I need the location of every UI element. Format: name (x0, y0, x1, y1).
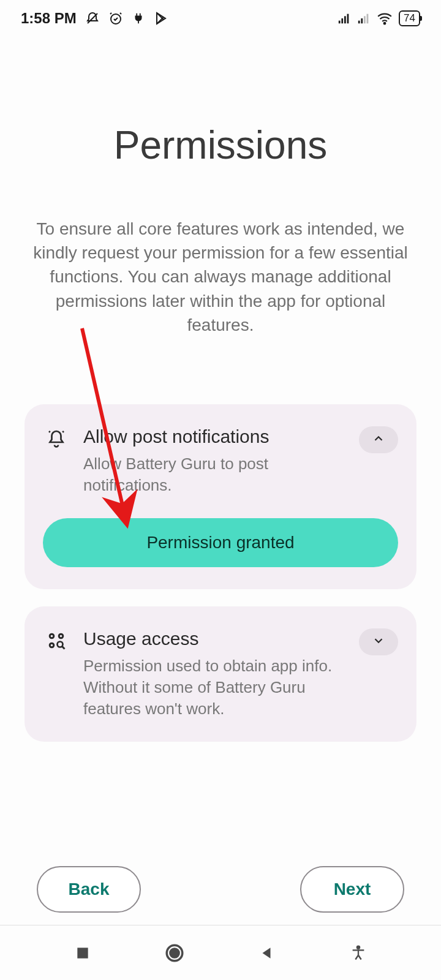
permission-granted-button[interactable]: Permission granted (43, 518, 398, 567)
bell-icon (43, 426, 70, 450)
collapse-button[interactable] (359, 426, 398, 453)
svg-rect-6 (344, 16, 346, 23)
signal-icon-2 (357, 12, 371, 25)
svg-rect-11 (367, 14, 369, 24)
play-store-icon (154, 11, 168, 26)
svg-point-16 (58, 642, 63, 647)
svg-rect-4 (339, 21, 341, 24)
chevron-up-icon (372, 432, 385, 448)
back-button[interactable]: Back (37, 866, 141, 913)
battery-indicator: 74 (399, 10, 420, 26)
status-time: 1:58 PM (21, 10, 77, 27)
wifi-icon (377, 12, 393, 25)
permission-card-notifications: Allow post notifications Allow Battery G… (24, 404, 417, 589)
apps-icon (43, 628, 70, 652)
next-button[interactable]: Next (300, 866, 404, 913)
svg-point-21 (357, 946, 360, 948)
page-title: Permissions (24, 123, 417, 168)
permission-card-usage: Usage access Permission used to obtain a… (24, 606, 417, 742)
page-description: To ensure all core features work as inte… (24, 217, 417, 337)
card-title: Allow post notifications (83, 426, 345, 447)
home-button[interactable] (156, 943, 193, 963)
svg-rect-5 (341, 18, 343, 23)
back-nav-button[interactable] (248, 945, 285, 961)
card-title: Usage access (83, 628, 345, 649)
signal-icon (337, 12, 351, 25)
system-navigation-bar (0, 925, 441, 980)
recents-button[interactable] (64, 945, 101, 961)
grant-button-label: Permission granted (146, 533, 294, 552)
dnd-icon (85, 11, 100, 26)
svg-line-17 (62, 646, 64, 649)
svg-point-12 (384, 23, 386, 24)
svg-rect-7 (347, 14, 349, 24)
svg-point-13 (50, 634, 54, 638)
svg-rect-8 (358, 21, 360, 24)
svg-point-15 (50, 643, 54, 647)
status-bar: 1:58 PM 74 (0, 0, 441, 37)
svg-point-20 (170, 948, 179, 957)
plug-icon (132, 12, 145, 25)
svg-point-14 (59, 634, 63, 638)
next-button-label: Next (334, 880, 371, 899)
svg-rect-18 (77, 948, 88, 958)
chevron-down-icon (372, 634, 385, 650)
back-button-label: Back (69, 880, 110, 899)
card-subtitle: Permission used to obtain app info. With… (83, 655, 345, 720)
accessibility-button[interactable] (340, 944, 377, 962)
alarm-icon (108, 11, 123, 26)
expand-button[interactable] (359, 628, 398, 655)
svg-rect-10 (364, 16, 366, 23)
card-subtitle: Allow Battery Guru to post notifications… (83, 453, 345, 496)
svg-rect-9 (361, 18, 363, 23)
